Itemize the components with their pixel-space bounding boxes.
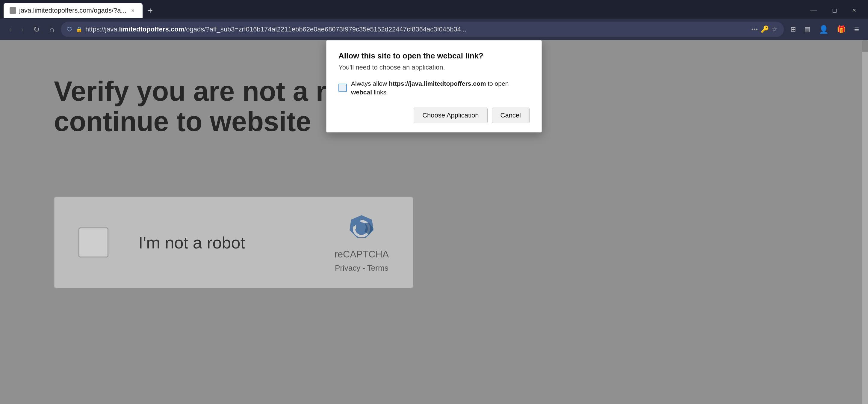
refresh-button[interactable]: ↻ (30, 23, 43, 36)
maximize-button[interactable]: □ (830, 5, 839, 16)
always-allow-checkbox[interactable] (338, 84, 347, 92)
lock-icon: 🔒 (76, 26, 82, 33)
tab-close-button[interactable]: × (129, 7, 136, 15)
choose-application-button[interactable]: Choose Application (414, 108, 487, 123)
cancel-button[interactable]: Cancel (492, 108, 530, 123)
minimize-button[interactable]: — (808, 5, 819, 16)
page-content: Verify you are not a robot tocontinue to… (0, 40, 868, 404)
nav-end-buttons: ⊞ ▤ 👤 🎁 ≡ (787, 23, 862, 36)
window-close-button[interactable]: × (850, 5, 859, 16)
address-text: https://java.limitedtopoffers.com/ogads/… (85, 26, 748, 33)
window-controls: — □ × (808, 5, 864, 16)
modal-title: Allow this site to open the webcal link? (338, 51, 530, 61)
always-allow-label: Always allow https://java.limitedtopoffe… (351, 79, 530, 97)
browser-chrome: java.limitedtopoffers.com/ogads/?a... × … (0, 0, 868, 40)
tab-title: java.limitedtopoffers.com/ogads/?a... (19, 7, 126, 15)
nav-bar: ‹ › ↻ ⌂ 🛡 🔒 https://java.limitedtopoffer… (0, 19, 868, 40)
menu-button[interactable]: ≡ (851, 23, 862, 36)
bookmark-icon[interactable]: ☆ (772, 26, 778, 33)
modal-subtitle: You'll need to choose an application. (338, 63, 530, 71)
more-options-icon[interactable]: ••• (751, 26, 758, 33)
shield-icon: 🛡 (67, 26, 73, 33)
forward-button[interactable]: › (18, 23, 27, 36)
sidebar-toggle-button[interactable]: ▤ (801, 24, 813, 35)
modal-buttons: Choose Application Cancel (338, 108, 530, 123)
home-button[interactable]: ⌂ (46, 23, 57, 36)
profile-button[interactable]: 👤 (816, 23, 832, 36)
back-button[interactable]: ‹ (6, 23, 15, 36)
modal-checkbox-row: Always allow https://java.limitedtopoffe… (338, 79, 530, 97)
collections-button[interactable]: ⊞ (787, 24, 799, 35)
tab-bar: java.limitedtopoffers.com/ogads/?a... × … (0, 0, 868, 19)
tab-favicon (9, 7, 16, 14)
active-tab[interactable]: java.limitedtopoffers.com/ogads/?a... × (4, 3, 143, 18)
new-tab-button[interactable]: + (144, 3, 157, 18)
modal-dialog: Allow this site to open the webcal link?… (326, 40, 542, 133)
address-bar[interactable]: 🛡 🔒 https://java.limitedtopoffers.com/og… (61, 22, 784, 37)
gift-button[interactable]: 🎁 (834, 23, 849, 35)
pocket-icon[interactable]: 🔑 (761, 26, 769, 33)
